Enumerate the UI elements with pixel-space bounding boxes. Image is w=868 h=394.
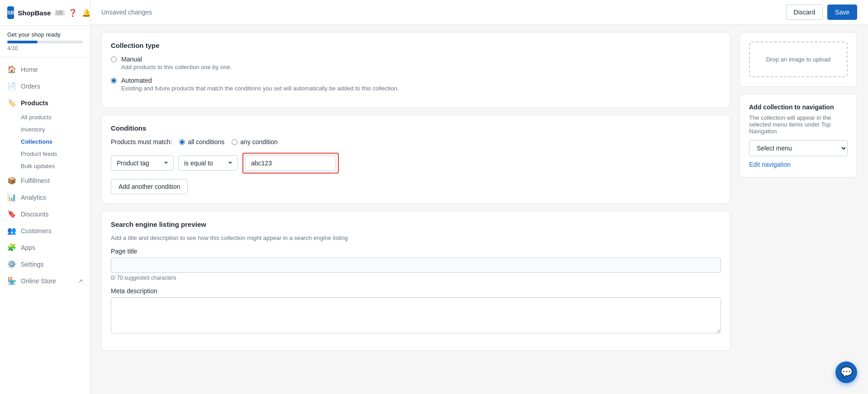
- automated-desc: Existing and future products that match …: [121, 85, 399, 92]
- progress-label: 4/10: [7, 45, 83, 52]
- sidebar-item-apps[interactable]: 🧩 Apps: [0, 239, 90, 256]
- online-store-icon: 🏪: [7, 277, 16, 285]
- page-title-label: Page title: [111, 248, 721, 255]
- any-condition-option[interactable]: any condition: [232, 138, 278, 145]
- automated-option: Automated Existing and future products t…: [111, 77, 721, 92]
- collection-type-card: Collection type Manual Add products to t…: [101, 32, 730, 108]
- content-area: Collection type Manual Add products to t…: [90, 25, 868, 394]
- help-icon[interactable]: ❓: [68, 9, 77, 17]
- any-condition-radio[interactable]: [232, 139, 237, 145]
- seo-title: Search engine listing preview: [111, 220, 721, 228]
- sidebar-item-label: Apps: [21, 244, 35, 251]
- top-bar: Unsaved changes Discard Save: [90, 0, 868, 25]
- condition-row: Product tag Product title Product type P…: [111, 153, 721, 174]
- sidebar-item-home[interactable]: 🏠 Home: [0, 61, 90, 78]
- conditions-card: Conditions Products must match: all cond…: [101, 115, 730, 204]
- discard-button[interactable]: Discard: [786, 5, 823, 20]
- logo-badge: US: [55, 10, 65, 16]
- sidebar-item-analytics[interactable]: 📊 Analytics: [0, 189, 90, 206]
- header-icons: ❓ 🔔: [68, 9, 90, 17]
- char-count: 0/ 70 suggested characters: [111, 275, 721, 281]
- sidebar-item-all-products[interactable]: All products: [21, 111, 90, 123]
- side-column: Drop an image to upload Add collection t…: [740, 32, 857, 387]
- conditions-title: Conditions: [111, 124, 721, 132]
- meta-desc-group: Meta description: [111, 287, 721, 335]
- sidebar-item-bulk-updates[interactable]: Bulk updates: [21, 160, 90, 172]
- manual-desc: Add products to this collection one by o…: [121, 64, 232, 70]
- manual-label[interactable]: Manual: [121, 56, 142, 63]
- main-content: Unsaved changes Discard Save Collection …: [90, 0, 868, 394]
- fulfillment-icon: 📦: [7, 176, 16, 185]
- condition-value-input[interactable]: [245, 155, 336, 171]
- sidebar-item-orders[interactable]: 📄 Orders: [0, 78, 90, 94]
- sidebar-item-label: Analytics: [21, 194, 46, 201]
- analytics-icon: 📊: [7, 193, 16, 202]
- sidebar: SB ShopBase US ❓ 🔔 Get your shop ready 4…: [0, 0, 90, 394]
- all-conditions-label: all conditions: [188, 138, 224, 145]
- sidebar-logo-area: SB ShopBase US ❓ 🔔: [0, 0, 90, 26]
- sidebar-item-inventory[interactable]: Inventory: [21, 123, 90, 136]
- customers-icon: 👥: [7, 226, 16, 235]
- external-link-icon: ↗: [78, 278, 83, 284]
- sidebar-item-label: Fulfillment: [21, 177, 50, 184]
- progress-bar-fill: [7, 41, 38, 43]
- products-submenu: All products Inventory Collections Produ…: [0, 111, 90, 172]
- nav-card-title: Add collection to navigation: [749, 103, 848, 111]
- sidebar-item-settings[interactable]: ⚙️ Settings: [0, 256, 90, 272]
- select-menu-dropdown[interactable]: Select menu: [749, 140, 848, 156]
- conditions-header: Products must match: all conditions any …: [111, 138, 721, 145]
- sidebar-item-product-feeds[interactable]: Product feeds: [21, 148, 90, 160]
- image-card: Drop an image to upload: [740, 32, 857, 87]
- sidebar-item-online-store[interactable]: 🏪 Online Store ↗: [0, 272, 90, 289]
- sidebar-item-label: Customers: [21, 227, 52, 235]
- nav-card-desc: The collection will appear in the select…: [749, 114, 848, 135]
- apps-icon: 🧩: [7, 243, 16, 252]
- shop-ready-section: Get your shop ready 4/10: [0, 26, 90, 57]
- sidebar-item-label: Home: [21, 66, 38, 73]
- condition-value-highlight: [242, 153, 339, 174]
- page-title-group: Page title 0/ 70 suggested characters: [111, 248, 721, 281]
- automated-label[interactable]: Automated: [121, 77, 152, 84]
- sidebar-item-label: Discounts: [21, 211, 48, 218]
- sidebar-item-fulfillment[interactable]: 📦 Fulfillment: [0, 172, 90, 189]
- save-button[interactable]: Save: [827, 5, 857, 20]
- notification-icon[interactable]: 🔔: [82, 9, 90, 17]
- logo-text: ShopBase: [18, 9, 51, 17]
- sidebar-item-collections[interactable]: Collections: [21, 136, 90, 148]
- manual-radio[interactable]: [111, 56, 117, 62]
- orders-icon: 📄: [7, 82, 16, 90]
- main-column: Collection type Manual Add products to t…: [101, 32, 730, 387]
- sidebar-item-label: Settings: [21, 261, 44, 268]
- unsaved-changes-label: Unsaved changes: [101, 9, 152, 16]
- home-icon: 🏠: [7, 65, 16, 74]
- manual-option: Manual Add products to this collection o…: [111, 56, 721, 70]
- products-icon: 🏷️: [7, 98, 16, 107]
- condition-field-select[interactable]: Product tag Product title Product type P…: [111, 155, 174, 171]
- meta-desc-input[interactable]: [111, 297, 721, 333]
- edit-navigation-link[interactable]: Edit navigation: [749, 161, 791, 168]
- chat-icon: 💬: [840, 366, 853, 378]
- top-bar-actions: Discard Save: [786, 5, 857, 20]
- sidebar-item-label: Online Store: [21, 277, 56, 285]
- chat-button[interactable]: 💬: [835, 361, 857, 383]
- page-title-input[interactable]: [111, 258, 721, 273]
- progress-bar-bg: [7, 41, 83, 43]
- sidebar-item-products[interactable]: 🏷️ Products: [0, 94, 90, 111]
- nav-section: 🏠 Home 📄 Orders 🏷️ Products All products…: [0, 57, 90, 293]
- sidebar-item-discounts[interactable]: 🔖 Discounts: [0, 206, 90, 222]
- collection-type-title: Collection type: [111, 42, 721, 49]
- upload-area[interactable]: Drop an image to upload: [749, 42, 848, 77]
- sidebar-item-label: Orders: [21, 83, 40, 90]
- condition-operator-select[interactable]: is equal to is not equal to starts with …: [178, 155, 238, 171]
- automated-radio[interactable]: [111, 78, 117, 84]
- seo-desc: Add a title and description to see how t…: [111, 235, 721, 241]
- sidebar-item-customers[interactable]: 👥 Customers: [0, 222, 90, 239]
- all-conditions-option[interactable]: all conditions: [179, 138, 224, 145]
- logo-icon: SB: [7, 6, 14, 19]
- shop-ready-label: Get your shop ready: [7, 31, 83, 38]
- seo-card: Search engine listing preview Add a titl…: [101, 211, 730, 351]
- meta-desc-label: Meta description: [111, 287, 721, 295]
- all-conditions-radio[interactable]: [179, 139, 185, 145]
- add-condition-button[interactable]: Add another condition: [111, 179, 188, 194]
- sidebar-item-label: Products: [21, 99, 48, 107]
